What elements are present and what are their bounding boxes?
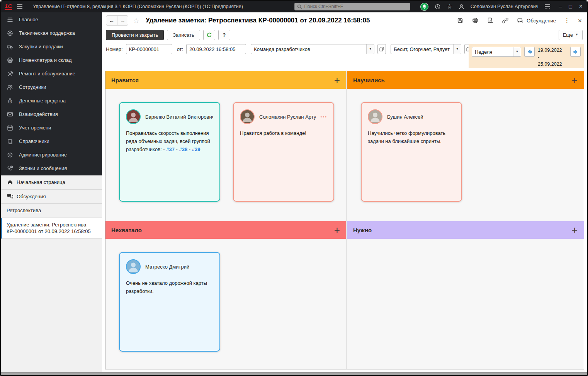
print-icon[interactable] (472, 17, 479, 24)
sidebar-item[interactable]: Взаимодействия (1, 107, 102, 121)
sidebar-item[interactable]: Техническая поддержка (1, 26, 102, 40)
chevron-down-icon[interactable]: ▼ (366, 44, 374, 54)
card-text: Научились четко формулировать задачи на … (368, 129, 455, 145)
refresh-button[interactable] (203, 30, 215, 40)
discussion-button[interactable]: Обсуждение (517, 17, 556, 24)
add-card-icon[interactable]: + (334, 226, 340, 234)
minimize-icon[interactable]: – (559, 4, 562, 9)
sidebar-item[interactable]: Закупки и продажи (1, 40, 102, 53)
link-icon[interactable] (502, 17, 509, 24)
bell-icon[interactable] (420, 3, 428, 11)
hamburger-icon[interactable] (17, 4, 23, 9)
lifebuoy-icon (6, 30, 14, 37)
global-search-input[interactable]: Поиск Ctrl+Shift+F (294, 3, 410, 10)
favorite-star-icon[interactable]: ☆ (133, 17, 139, 24)
number-label: Номер: (106, 46, 123, 52)
forward-button[interactable]: → (117, 16, 128, 25)
more-button[interactable]: Еще ▼ (559, 30, 583, 40)
sidebar-item-label: Учет времени (19, 125, 51, 131)
save-button[interactable]: Записать (167, 30, 200, 40)
page-title: Удаление заметки: Ретроспектива КР-00000… (146, 17, 370, 24)
app-logo-1c: 1С (5, 3, 12, 10)
sidebar-item[interactable]: Главное (1, 13, 102, 26)
issue-link[interactable]: #37 (166, 146, 175, 152)
card-menu-icon[interactable]: ••• (320, 114, 327, 119)
team-open-icon[interactable] (377, 44, 386, 54)
service-menu-icon[interactable] (544, 3, 551, 10)
number-input[interactable]: КР-00000001 (126, 44, 172, 54)
chevron-down-icon: ▼ (575, 33, 578, 36)
sidebar-sections-menu: ГлавноеТехническая поддержкаЗакупки и пр… (1, 12, 102, 175)
retro-note-card[interactable]: Матреско ДмитрийОчень не хватало дорожно… (119, 252, 220, 352)
categories-combobox[interactable]: Бесит, Огорчает, Радует ▼ (391, 44, 461, 54)
cards-area: Бушин АлексейНаучились четко формулирова… (347, 89, 584, 221)
team-combobox[interactable]: Команда разработчиков ▼ (251, 44, 374, 54)
maximize-icon[interactable]: □ (569, 4, 572, 9)
save-icon[interactable] (457, 17, 464, 24)
app-window: 1С Управление IT-отделом 8, редакция 3.1… (0, 0, 588, 376)
money-icon: $ (6, 97, 14, 104)
board-section-header: Нехватало+ (105, 221, 346, 239)
retro-note-card[interactable]: Барилко Виталий ВикторовичПонравилась ск… (119, 102, 220, 202)
issue-link[interactable]: #38 (179, 146, 188, 152)
sidebar-item[interactable]: $Денежные средства (1, 94, 102, 107)
sidebar-item-label: Справочники (19, 138, 49, 144)
card-text: Понравилась скорость выполнения ряда объ… (126, 129, 213, 153)
date-input[interactable]: 20.09.2022 16:58:05 (186, 44, 246, 54)
post-and-close-button[interactable]: Провести и закрыть (106, 30, 164, 40)
add-card-icon[interactable]: + (572, 226, 578, 234)
cards-area: Барилко Виталий ВикторовичПонравилась ск… (105, 89, 346, 221)
issue-link[interactable]: #39 (192, 146, 201, 152)
retro-note-card[interactable]: Бушин АлексейНаучились четко формулирова… (361, 102, 462, 202)
search-icon (297, 4, 302, 9)
board-section-title: Научились (353, 77, 385, 83)
sidebar-item-label: Ремонт и обслуживание (19, 71, 75, 77)
previous-period-button[interactable] (524, 47, 535, 57)
history-icon[interactable] (434, 3, 441, 10)
sidebar-item[interactable]: Сотрудники (1, 80, 102, 94)
search-placeholder: Поиск Ctrl+Shift+F (304, 4, 343, 9)
categories-combobox-value: Бесит, Огорчает, Радует (391, 44, 453, 54)
truck-icon (6, 43, 14, 50)
sidebar-item-label: Администрирование (19, 152, 67, 158)
retro-note-card[interactable]: Соломахин Руслан Арту...•••Нравится рабо… (233, 102, 334, 202)
board-section-header: Нравится+ (105, 71, 346, 89)
add-card-icon[interactable]: + (334, 76, 340, 84)
preview-icon[interactable] (487, 17, 494, 24)
menu-icon (6, 16, 14, 23)
sidebar-item[interactable]: Администрирование (1, 148, 102, 162)
chevron-down-icon[interactable]: ▼ (513, 47, 521, 56)
help-button[interactable]: ? (218, 30, 230, 40)
more-dots-icon[interactable]: ⋮ (564, 17, 570, 24)
printer-icon (6, 57, 14, 64)
sidebar-item[interactable]: Ремонт и обслуживание (1, 67, 102, 80)
close-icon[interactable]: × (579, 3, 583, 10)
open-window-item-label: Ретроспектива (7, 207, 41, 214)
add-card-icon[interactable]: + (572, 76, 578, 84)
user-icon[interactable] (458, 3, 465, 10)
open-window-item[interactable]: Начальная страница (1, 175, 102, 190)
next-period-button[interactable] (570, 47, 581, 57)
chat-icon (7, 193, 13, 199)
sidebar-item[interactable]: Справочники (1, 134, 102, 148)
board-column: Нравится+Барилко Виталий ВикторовичПонра… (105, 71, 346, 369)
form-close-icon[interactable]: × (578, 17, 582, 24)
sidebar-item[interactable]: Звонки и сообщения (1, 162, 102, 175)
gear-icon (6, 151, 14, 158)
open-window-item[interactable]: Обсуждения (1, 190, 102, 204)
back-button[interactable]: ← (106, 16, 117, 25)
board-section: Нравится+Барилко Виталий ВикторовичПонра… (105, 71, 346, 221)
card-header: Бушин Алексей (368, 109, 455, 124)
sidebar-item[interactable]: 7Учет времени (1, 121, 102, 134)
sidebar-item-label: Сотрудники (19, 84, 46, 90)
open-window-item[interactable]: Ретроспектива (1, 204, 102, 218)
open-window-item[interactable]: Удаление заметки: Ретроспектива КР-00000… (1, 218, 102, 239)
chevron-down-icon[interactable]: ▼ (453, 44, 461, 54)
star-icon[interactable]: ☆ (447, 3, 452, 10)
period-type-select[interactable]: Неделя ▼ (472, 47, 521, 57)
current-user-name[interactable]: Соломахин Руслан Артурович (471, 4, 539, 9)
board-section: Научились+Бушин АлексейНаучились четко ф… (347, 71, 584, 221)
avatar (126, 259, 141, 274)
people-icon (6, 84, 14, 91)
sidebar-item[interactable]: Номенклатура и склад (1, 53, 102, 67)
